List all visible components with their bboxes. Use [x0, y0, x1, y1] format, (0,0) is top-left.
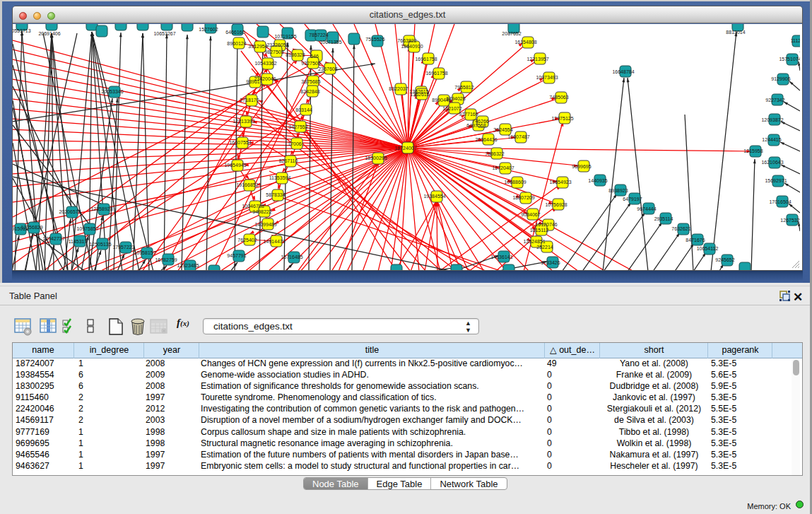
- svg-text:1440935: 1440935: [588, 178, 607, 183]
- svg-text:8822037: 8822037: [389, 86, 408, 91]
- svg-text:10653267: 10653267: [153, 31, 175, 36]
- svg-text:12093872: 12093872: [761, 117, 783, 122]
- svg-text:7632621: 7632621: [671, 226, 690, 231]
- svg-text:803144: 803144: [295, 107, 312, 112]
- svg-text:7625402: 7625402: [237, 238, 257, 243]
- svg-text:20691406: 20691406: [38, 31, 60, 36]
- svg-text:12156829: 12156829: [20, 225, 42, 230]
- svg-text:1733426: 1733426: [541, 260, 560, 265]
- svg-text:2718170: 2718170: [240, 98, 259, 103]
- svg-text:7663822: 7663822: [397, 38, 416, 43]
- svg-text:19654945: 19654945: [224, 163, 246, 168]
- svg-text:10046788: 10046788: [242, 204, 264, 209]
- svg-text:1112: 1112: [791, 38, 800, 43]
- svg-text:12213393: 12213393: [233, 119, 254, 124]
- svg-text:14136141: 14136141: [490, 255, 512, 259]
- svg-text:20053346: 20053346: [101, 89, 123, 94]
- svg-text:1615112: 1615112: [530, 228, 549, 233]
- svg-text:7857224: 7857224: [309, 33, 328, 37]
- svg-text:10975857: 10975857: [76, 226, 98, 231]
- svg-text:10671355: 10671355: [319, 40, 341, 45]
- svg-text:20553713: 20553713: [13, 28, 31, 33]
- svg-text:6466160: 6466160: [225, 30, 245, 35]
- svg-text:2935114: 2935114: [654, 216, 673, 221]
- svg-text:18640910: 18640910: [401, 44, 423, 49]
- svg-text:9129906: 9129906: [771, 76, 790, 81]
- svg-text:7886322: 7886322: [485, 151, 504, 156]
- svg-text:1267532: 1267532: [780, 218, 799, 223]
- svg-text:9827503: 9827503: [264, 49, 283, 54]
- svg-text:8813014: 8813014: [726, 30, 745, 35]
- svg-text:2367608: 2367608: [318, 66, 337, 71]
- svg-text:9227342: 9227342: [765, 98, 784, 103]
- svg-text:6794028: 6794028: [446, 96, 465, 101]
- svg-text:16961758: 16961758: [425, 71, 447, 76]
- svg-text:9498222: 9498222: [252, 209, 271, 214]
- svg-text:2087652: 2087652: [502, 31, 521, 36]
- svg-text:10958157: 10958157: [134, 250, 155, 255]
- svg-text:746266: 746266: [472, 119, 488, 124]
- svg-text:14914479: 14914479: [263, 239, 285, 244]
- svg-text:6479197: 6479197: [623, 197, 642, 201]
- svg-text:17016504: 17016504: [769, 199, 791, 204]
- svg-text:23226058: 23226058: [266, 42, 288, 47]
- svg-text:5878334: 5878334: [266, 192, 285, 197]
- svg-text:10973493: 10973493: [536, 75, 558, 80]
- svg-text:8938923: 8938923: [608, 188, 628, 193]
- svg-text:16210643: 16210643: [761, 160, 783, 165]
- svg-text:19166852: 19166852: [236, 182, 258, 187]
- svg-text:15692971: 15692971: [765, 178, 787, 183]
- svg-text:9084067: 9084067: [521, 212, 540, 217]
- svg-text:19654923: 19654923: [549, 180, 571, 185]
- svg-text:8267110: 8267110: [279, 158, 298, 163]
- svg-text:15720407: 15720407: [492, 165, 514, 170]
- svg-text:1215958: 1215958: [743, 148, 763, 153]
- svg-text:16120746: 16120746: [535, 222, 557, 227]
- svg-text:20364436: 20364436: [475, 137, 497, 142]
- svg-text:16107554: 16107554: [229, 140, 251, 145]
- svg-text:10688609: 10688609: [504, 180, 526, 185]
- svg-text:7955812: 7955812: [454, 85, 473, 90]
- svg-text:16154808: 16154808: [514, 40, 536, 45]
- svg-text:17006: 17006: [288, 141, 302, 146]
- svg-text:3875685: 3875685: [301, 79, 320, 84]
- svg-text:10719155: 10719155: [274, 34, 296, 39]
- svg-text:9699695: 9699695: [572, 164, 591, 169]
- svg-text:1145317: 1145317: [69, 239, 88, 244]
- svg-text:7515526: 7515526: [365, 37, 384, 42]
- svg-text:252214: 252214: [536, 245, 553, 250]
- svg-text:6497568: 6497568: [466, 123, 486, 128]
- svg-text:8242848: 8242848: [300, 89, 319, 94]
- svg-text:1244415: 1244415: [762, 137, 781, 142]
- svg-text:12942737: 12942737: [42, 236, 64, 241]
- svg-text:3912954: 3912954: [248, 44, 267, 49]
- svg-text:12505135: 12505135: [89, 242, 111, 247]
- svg-text:16961758: 16961758: [415, 57, 437, 62]
- svg-text:9327508: 9327508: [301, 61, 320, 66]
- svg-text:13524851: 13524851: [523, 239, 545, 244]
- svg-text:9245652: 9245652: [715, 257, 734, 262]
- svg-text:1362615: 1362615: [410, 92, 429, 97]
- svg-text:3624554: 3624554: [493, 127, 512, 132]
- svg-text:10543362: 10543362: [254, 61, 276, 66]
- svg-text:9674444: 9674444: [637, 206, 656, 211]
- svg-text:9777169: 9777169: [459, 112, 478, 117]
- svg-text:11353594: 11353594: [269, 175, 291, 180]
- svg-text:546: 546: [310, 54, 319, 59]
- svg-text:16648784: 16648784: [612, 69, 634, 74]
- svg-text:9427552: 9427552: [288, 124, 307, 129]
- svg-text:18807209: 18807209: [512, 195, 534, 200]
- svg-text:18300295: 18300295: [365, 156, 387, 160]
- svg-text:8471676: 8471676: [686, 238, 705, 243]
- svg-text:9457791: 9457791: [227, 253, 246, 258]
- svg-text:17957223: 17957223: [112, 245, 134, 250]
- svg-text:12923485: 12923485: [177, 263, 199, 268]
- svg-text:18724007: 18724007: [394, 146, 416, 151]
- svg-text:10607487: 10607487: [507, 134, 529, 139]
- svg-text:12975125: 12975125: [551, 116, 573, 121]
- svg-text:14099489: 14099489: [254, 222, 276, 227]
- svg-text:1527602: 1527602: [199, 27, 218, 32]
- svg-text:10756928: 10756928: [545, 202, 567, 207]
- svg-text:10654112: 10654112: [697, 246, 719, 251]
- svg-text:12358928: 12358928: [90, 206, 112, 211]
